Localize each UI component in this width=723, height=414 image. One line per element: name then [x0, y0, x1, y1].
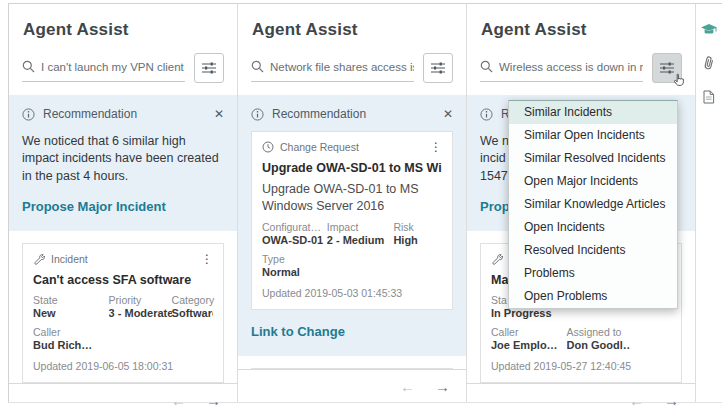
sliders-icon — [431, 62, 445, 74]
field-label: Impact — [327, 221, 394, 233]
agent-assist-panel-2: Agent Assist Network file shares access … — [238, 4, 467, 402]
search-query-text[interactable]: Wireless access is down in my are — [499, 61, 643, 73]
filter-button[interactable] — [423, 53, 453, 83]
card-updated-timestamp: Updated 2019-06-05 18:00:31 — [33, 360, 213, 372]
field-label: Category — [172, 294, 213, 306]
card-header: Incident ⋮ — [33, 253, 213, 265]
filter-button[interactable] — [194, 53, 224, 83]
field-value: 3 - Moderate — [109, 307, 172, 319]
recommendation-header: Recommendation ✕ — [251, 107, 453, 121]
field-value: Don Goodl… — [567, 339, 630, 351]
sliders-icon — [660, 62, 674, 74]
field-label: State — [33, 294, 109, 306]
menu-item-open-major-incidents[interactable]: Open Major Incidents — [509, 170, 677, 193]
agent-assist-icon[interactable] — [701, 24, 717, 37]
wrench-icon — [491, 253, 503, 265]
field-value: Software — [172, 307, 213, 319]
next-page-arrow[interactable]: → — [664, 392, 679, 409]
change-request-card[interactable]: Change Request ⋮ Upgrade OWA-SD-01 to MS… — [251, 131, 453, 310]
kebab-menu-icon[interactable]: ⋮ — [201, 253, 213, 265]
menu-item-similar-open-incidents[interactable]: Similar Open Incidents — [509, 124, 677, 147]
field-label: Risk — [393, 221, 442, 233]
field-label: Priority — [109, 294, 172, 306]
field-value: High — [393, 234, 442, 246]
search-query-text[interactable]: I can't launch my VPN client since — [41, 61, 185, 73]
attachment-paperclip-icon[interactable] — [701, 55, 716, 72]
search-icon — [22, 60, 35, 73]
propose-major-incident-link[interactable]: Propose Major Incident — [22, 199, 166, 214]
incident-card[interactable]: Incident ⋮ Can't access SFA software Sta… — [22, 243, 224, 383]
agent-assist-widget-frame: Agent Assist I can't launch my VPN clien… — [8, 3, 722, 403]
card-title: Upgrade OWA-SD-01 to MS Win… — [262, 161, 442, 175]
card-fields-row: StateNew Priority3 - Moderate CategorySo… — [33, 294, 213, 319]
info-icon — [251, 108, 264, 121]
next-page-arrow[interactable]: → — [206, 392, 221, 409]
field-value: New — [33, 307, 109, 319]
previous-page-arrow[interactable]: ← — [171, 392, 186, 409]
field-value: Bud Rich… — [33, 339, 109, 351]
recommendation-title: Recommendation — [272, 107, 366, 121]
link-to-change-link[interactable]: Link to Change — [251, 324, 345, 339]
close-icon[interactable]: ✕ — [214, 107, 224, 121]
search-icon — [480, 60, 493, 73]
card-title: Can't access SFA software — [33, 273, 213, 287]
propose-major-incident-link[interactable]: Prop — [480, 199, 510, 214]
recommendation-title: Recommendation — [43, 107, 137, 121]
sliders-icon — [202, 62, 216, 74]
menu-item-similar-resolved-incidents[interactable]: Similar Resolved Incidents — [509, 147, 677, 170]
search-input[interactable]: I can't launch my VPN client since — [22, 54, 185, 82]
field-label: Configurat… — [262, 221, 327, 233]
card-type-label: Incident — [51, 253, 88, 265]
recommendation-body: We noticed that 6 similar high impact in… — [22, 133, 224, 185]
document-icon[interactable] — [703, 90, 715, 104]
wrench-icon — [33, 253, 45, 265]
field-label: Type — [262, 253, 327, 265]
card-type-label: Change Request — [280, 141, 359, 153]
search-row: Network file shares access issue — [251, 53, 453, 83]
search-row: Wireless access is down in my are — [480, 53, 682, 83]
search-query-text[interactable]: Network file shares access issue — [270, 61, 414, 73]
pagination-footer: ← → — [467, 383, 695, 414]
menu-item-problems[interactable]: Problems — [509, 262, 677, 285]
menu-item-open-incidents[interactable]: Open Incidents — [509, 216, 677, 239]
filter-button-active[interactable] — [652, 53, 682, 83]
menu-item-similar-knowledge-articles[interactable]: Similar Knowledge Articles — [509, 193, 677, 216]
info-icon — [480, 108, 493, 121]
info-icon — [22, 108, 35, 121]
card-fields-row: TypeNormal — [262, 253, 442, 278]
menu-item-similar-incidents[interactable]: Similar Incidents — [509, 101, 677, 124]
recommendation-header: Recommendation ✕ — [22, 107, 224, 121]
field-label: Caller — [491, 326, 567, 338]
card-fields-row: Configurat…OWA-SD-01 Impact2 - Medium Ri… — [262, 221, 442, 246]
menu-item-open-problems[interactable]: Open Problems — [509, 285, 677, 308]
field-value: Joe Emplo… — [491, 339, 567, 351]
kebab-menu-icon[interactable]: ⋮ — [430, 141, 442, 153]
cursor-pointer-icon — [673, 73, 686, 90]
previous-page-arrow[interactable]: ← — [400, 378, 415, 395]
previous-page-arrow[interactable]: ← — [629, 392, 644, 409]
clock-icon — [262, 141, 274, 153]
filter-dropdown-menu: Similar Incidents Similar Open Incidents… — [508, 100, 678, 309]
page-title: Agent Assist — [23, 20, 223, 40]
field-label: Assigned to — [567, 326, 630, 338]
card-fields-row: CallerBud Rich… — [33, 326, 213, 351]
field-value: 2 - Medium — [327, 234, 394, 246]
search-input[interactable]: Wireless access is down in my are — [480, 54, 643, 82]
agent-assist-panel-1: Agent Assist I can't launch my VPN clien… — [9, 4, 238, 402]
recommendation-section: Recommendation ✕ We noticed that 6 simil… — [9, 95, 237, 231]
right-sidebar — [696, 4, 722, 402]
search-input[interactable]: Network file shares access issue — [251, 54, 414, 82]
field-label: Caller — [33, 326, 109, 338]
recommendation-section: Recommendation ✕ Change Request ⋮ Upgrad… — [238, 95, 466, 356]
field-value: Normal — [262, 266, 327, 278]
pagination-footer: ← → — [238, 369, 466, 405]
close-icon[interactable]: ✕ — [443, 107, 453, 121]
card-updated-timestamp: Updated 2019-05-03 01:45:33 — [262, 287, 442, 299]
card-updated-timestamp: Updated 2019-05-27 12:40:45 — [491, 360, 671, 372]
page-title: Agent Assist — [252, 20, 452, 40]
next-page-arrow[interactable]: → — [435, 378, 450, 395]
search-row: I can't launch my VPN client since — [22, 53, 224, 83]
menu-item-resolved-incidents[interactable]: Resolved Incidents — [509, 239, 677, 262]
card-header: Change Request ⋮ — [262, 141, 442, 153]
card-fields-row: CallerJoe Emplo… Assigned toDon Goodl… — [491, 326, 671, 351]
